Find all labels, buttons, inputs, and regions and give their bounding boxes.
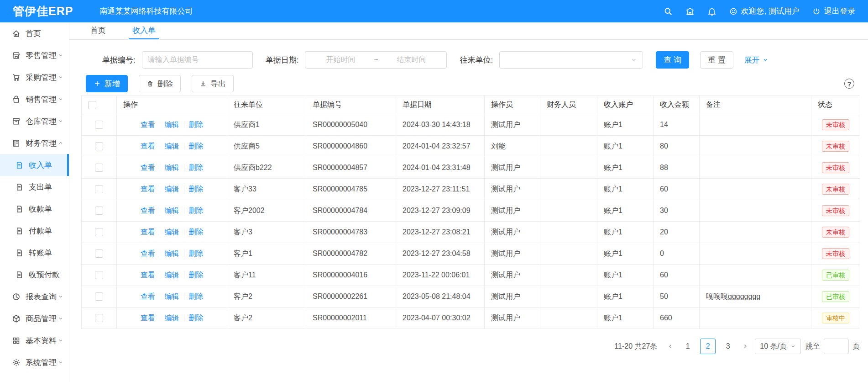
sidebar-item-warehouse[interactable]: 仓库管理 (0, 110, 69, 132)
row-checkbox[interactable] (95, 185, 103, 193)
logout-button[interactable]: 退出登录 (812, 6, 855, 16)
row-checkbox[interactable] (95, 249, 103, 258)
sidebar-item-sales[interactable]: 销售管理 (0, 88, 69, 110)
sidebar-subitem-payment[interactable]: 付款单 (0, 220, 69, 242)
page-button-1[interactable]: 1 (680, 339, 695, 354)
customer-select[interactable] (499, 51, 643, 69)
delete-link[interactable]: 删除 (189, 185, 204, 193)
delete-link[interactable]: 删除 (189, 228, 204, 236)
delete-link[interactable]: 删除 (189, 271, 204, 279)
divider (160, 207, 160, 214)
delete-link[interactable]: 删除 (189, 207, 204, 214)
delete-link[interactable]: 删除 (189, 314, 204, 322)
edit-link[interactable]: 编辑 (165, 121, 179, 128)
row-checkbox[interactable] (95, 121, 103, 129)
trash-icon (146, 80, 154, 87)
edit-link[interactable]: 编辑 (165, 314, 179, 322)
row-checkbox[interactable] (95, 228, 103, 236)
edit-link[interactable]: 编辑 (165, 185, 179, 193)
edit-link[interactable]: 编辑 (165, 249, 179, 257)
row-checkbox[interactable] (95, 271, 103, 279)
bag-icon (12, 95, 21, 104)
delete-link[interactable]: 删除 (189, 121, 204, 128)
tab-home[interactable]: 首页 (87, 22, 110, 39)
sidebar-subitem-income[interactable]: 收入单 (0, 154, 69, 176)
website-icon[interactable] (685, 7, 695, 16)
edit-link[interactable]: 编辑 (165, 271, 179, 279)
current-user[interactable]: 欢迎您, 测试用户 (729, 6, 800, 16)
edit-link[interactable]: 编辑 (165, 164, 179, 171)
bill-no-input[interactable] (142, 51, 253, 69)
delete-link[interactable]: 删除 (189, 142, 204, 150)
row-checkbox[interactable] (95, 292, 103, 301)
sidebar-subitem-transfer[interactable]: 转账单 (0, 242, 69, 264)
table-row: 查看编辑删除 客户2 SR00000002261 2023-05-08 21:4… (82, 286, 860, 308)
delete-link[interactable]: 删除 (189, 164, 204, 171)
edit-link[interactable]: 编辑 (165, 228, 179, 236)
help-icon[interactable] (844, 79, 854, 89)
search-icon[interactable] (664, 7, 673, 16)
cell-operator: 测试用户 (485, 157, 540, 179)
tab-income[interactable]: 收入单 (129, 22, 159, 39)
view-link[interactable]: 查看 (141, 228, 155, 236)
view-link[interactable]: 查看 (141, 164, 155, 171)
page-button-3[interactable]: 3 (720, 339, 736, 354)
home-icon (12, 29, 21, 38)
view-link[interactable]: 查看 (141, 185, 155, 193)
expand-filters-link[interactable]: 展开 (744, 55, 768, 65)
view-link[interactable]: 查看 (141, 249, 155, 257)
status-badge: 未审核 (822, 184, 849, 195)
page-size-value: 10 条/页 (760, 342, 787, 351)
sidebar-subitem-receipt[interactable]: 收款单 (0, 198, 69, 220)
prev-page-button[interactable] (665, 339, 675, 354)
sidebar-item-purchase[interactable]: 采购管理 (0, 66, 69, 88)
cell-amount: 30 (654, 200, 700, 222)
sidebar-item-reports[interactable]: 报表查询 (0, 286, 69, 308)
view-link[interactable]: 查看 (141, 207, 155, 214)
view-link[interactable]: 查看 (141, 271, 155, 279)
delete-link[interactable]: 删除 (189, 292, 204, 300)
view-link[interactable]: 查看 (141, 292, 155, 300)
sidebar-subitem-label: 转账单 (29, 248, 65, 258)
sidebar-item-system[interactable]: 系统管理 (0, 351, 69, 373)
date-range-picker[interactable]: 开始时间 ~ 结束时间 (305, 51, 447, 69)
cell-account: 账户1 (597, 308, 654, 329)
view-link[interactable]: 查看 (141, 314, 155, 322)
sidebar-item-goods[interactable]: 商品管理 (0, 308, 69, 329)
sidebar-item-label: 仓库管理 (26, 116, 58, 127)
cell-amount: 60 (654, 179, 700, 200)
sidebar-item-finance[interactable]: 财务管理 (0, 132, 69, 154)
sidebar-item-basic[interactable]: 基本资料 (0, 329, 69, 351)
add-button[interactable]: 新增 (86, 75, 128, 92)
chevron-down-icon (58, 338, 63, 343)
edit-link[interactable]: 编辑 (165, 207, 179, 214)
view-link[interactable]: 查看 (141, 121, 155, 128)
cell-remark (700, 157, 811, 179)
power-icon (812, 7, 821, 16)
divider (184, 207, 184, 214)
edit-link[interactable]: 编辑 (165, 142, 179, 150)
row-checkbox[interactable] (95, 314, 103, 322)
edit-link[interactable]: 编辑 (165, 292, 179, 300)
delete-link[interactable]: 删除 (189, 249, 204, 257)
view-link[interactable]: 查看 (141, 142, 155, 150)
reset-button[interactable]: 重 置 (700, 51, 733, 69)
sidebar-subitem-advance[interactable]: 收预付款 (0, 264, 69, 286)
next-page-button[interactable] (740, 339, 750, 354)
search-button[interactable]: 查 询 (656, 51, 689, 69)
sidebar-item-retail[interactable]: 零售管理 (0, 44, 69, 66)
row-checkbox[interactable] (95, 164, 103, 172)
select-all-checkbox[interactable] (88, 101, 96, 109)
row-checkbox[interactable] (95, 142, 103, 150)
delete-button[interactable]: 删除 (139, 75, 181, 92)
jump-page-input[interactable] (824, 339, 849, 354)
page-size-select[interactable]: 10 条/页 (755, 339, 801, 354)
sidebar-item-home[interactable]: 首页 (0, 22, 69, 44)
bell-icon[interactable] (707, 7, 716, 16)
row-checkbox[interactable] (95, 207, 103, 215)
sidebar-subitem-expense[interactable]: 支出单 (0, 176, 69, 198)
cell-finance (540, 114, 597, 136)
export-button[interactable]: 导出 (192, 75, 234, 92)
divider (184, 186, 184, 192)
page-button-2[interactable]: 2 (700, 339, 716, 354)
